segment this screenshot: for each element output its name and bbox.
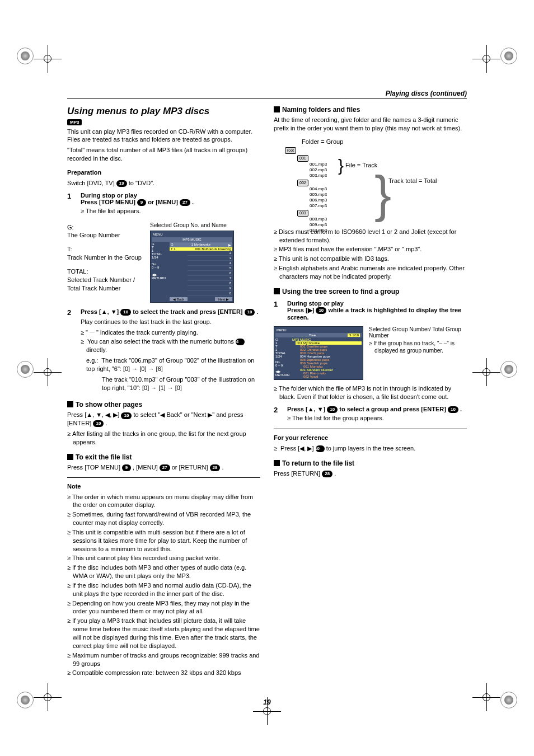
ref-pill-4: 4: [236, 339, 245, 345]
left-column: Using menus to play MP3 discs MP3 This u…: [67, 106, 260, 678]
reference-heading: For your reference: [274, 434, 467, 442]
crop-mark-br: [472, 683, 500, 711]
tree-screenshot: MENU TreeG 1/18 G1 T1 TOTAL1/24 No.0 – 9…: [274, 326, 363, 380]
return-heading: To return to the file list: [274, 459, 467, 467]
target-tl: [17, 48, 34, 64]
folder-icon: 002: [297, 180, 308, 186]
ref-pill-27: 27: [180, 199, 190, 206]
tree-step-1: 1 During stop or play Press [▶] 10 while…: [274, 300, 467, 321]
preparation-heading: Preparation: [67, 168, 260, 177]
show-other-heading: To show other pages: [67, 401, 260, 408]
format-badge: MP3: [67, 119, 82, 125]
crop-mark-ml: [34, 358, 62, 386]
crop-mark-tr: [472, 45, 500, 73]
legend-block: G:The Group Number T:Track Number in the…: [67, 222, 260, 303]
target-bl: [17, 692, 34, 708]
menushot-caption: Selected Group No. and Name: [150, 222, 260, 228]
note-heading: Note: [67, 482, 260, 491]
intro-p1: This unit can play MP3 files recorded on…: [67, 128, 260, 144]
folder-icon: root: [285, 147, 296, 154]
ref-pill-10b: 10: [245, 309, 255, 316]
preparation-line: Switch [DVD, TV] 19 to "DVD".: [67, 179, 260, 187]
tree-heading: Using the tree screen to find a group: [274, 288, 467, 295]
show-other-line: Press [▲, ▼, ◀, ▶] 10 to select "◀ Back"…: [67, 411, 260, 428]
folder-diagram: Folder = Group root 001 001.mp3 002.mp3 …: [285, 138, 467, 222]
page-content: Playing discs (continued) Using menus to…: [67, 90, 467, 678]
tree-step-2: 2 Press [▲, ▼] 10 to select a group and …: [274, 406, 467, 424]
target-mr: [500, 361, 517, 378]
crop-mark-bl: [34, 683, 62, 711]
target-tr: [500, 48, 517, 64]
section-title: Using menus to play MP3 discs: [67, 106, 260, 117]
ref-pill-9: 9: [137, 199, 146, 206]
folder-icon: 003: [297, 210, 308, 217]
ref-pill-10: 10: [120, 309, 131, 316]
step-2: 2 Press [▲, ▼] 10 to select the track an…: [67, 308, 260, 395]
ref-pill-19: 19: [116, 180, 127, 187]
intro-p2: "Total" means total number of all MP3 fi…: [67, 146, 260, 163]
naming-notes: Discs must conform to ISO9660 level 1 or…: [274, 228, 467, 281]
right-column: Naming folders and files At the time of …: [274, 106, 467, 678]
section-header: Playing discs (continued): [67, 90, 467, 99]
naming-heading: Naming folders and files: [274, 106, 467, 114]
exit-line: Press [TOP MENU] 9 , [MENU] 27 or [RETUR…: [67, 463, 260, 472]
notes-list: The order in which menu appears on menu …: [67, 493, 260, 678]
folder-icon: 001: [297, 155, 308, 162]
target-br: [500, 692, 517, 708]
crop-mark-mr: [472, 358, 500, 386]
file-list-screenshot: MENU MP3 MUSIC G T1 TOTAL 1/24 No. 0 – 9…: [150, 231, 234, 303]
page-number: 19: [67, 698, 467, 706]
step-1: 1 During stop or play Press [TOP MENU] 9…: [67, 192, 260, 217]
crop-mark-tl: [34, 45, 62, 73]
exit-heading: To exit the file list: [67, 453, 260, 461]
target-ml: [17, 361, 34, 378]
